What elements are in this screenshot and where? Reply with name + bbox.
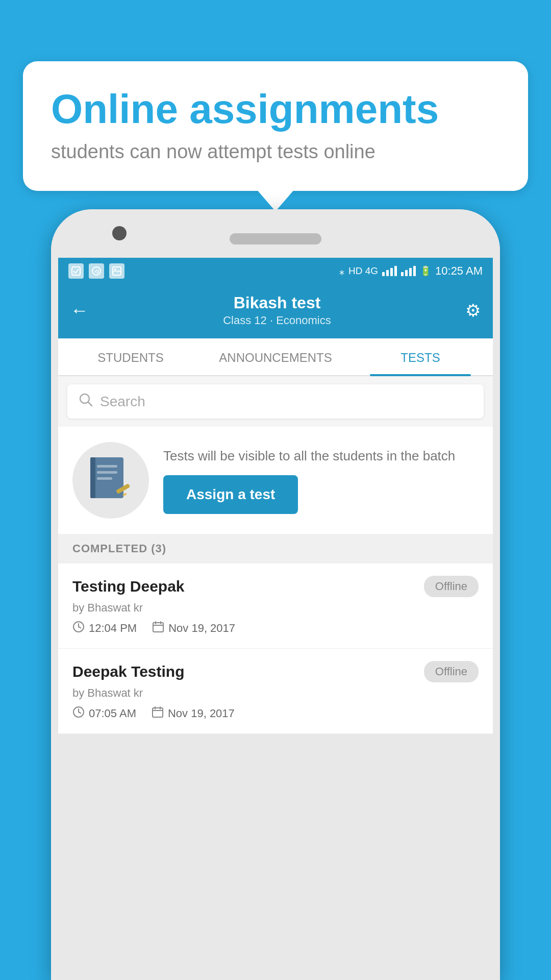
test-date: Nov 19, 2017 <box>168 622 235 635</box>
test-date: Nov 19, 2017 <box>168 707 235 720</box>
tab-students[interactable]: STUDENTS <box>58 338 203 375</box>
time-meta: 12:04 PM <box>72 621 137 636</box>
assign-test-button[interactable]: Assign a test <box>163 475 298 514</box>
app-header: ← Bikash test Class 12 · Economics ⚙ <box>58 284 493 338</box>
tabs-bar: STUDENTS ANNOUNCEMENTS TESTS <box>58 338 493 376</box>
time-display: 10:25 AM <box>435 264 483 278</box>
svg-point-1 <box>92 267 101 275</box>
test-item[interactable]: Deepak Testing Offline by Bhaswat kr 07:… <box>58 649 493 734</box>
search-bar[interactable]: Search <box>67 384 484 419</box>
assign-section: Tests will be visible to all the student… <box>58 427 493 534</box>
svg-line-15 <box>79 627 81 628</box>
back-button[interactable]: ← <box>70 300 89 321</box>
date-meta: Nov 19, 2017 <box>152 706 235 721</box>
calendar-icon <box>152 706 164 721</box>
svg-line-22 <box>79 712 81 713</box>
network-label: HD 4G <box>348 265 378 277</box>
assign-right: Tests will be visible to all the student… <box>163 447 479 514</box>
calendar-icon <box>152 621 164 636</box>
clock-icon <box>72 706 85 721</box>
search-container: Search <box>58 376 493 427</box>
svg-rect-8 <box>97 465 117 468</box>
test-item-header: Testing Deepak Offline <box>72 576 479 597</box>
tab-announcements[interactable]: ANNOUNCEMENTS <box>203 338 348 375</box>
svg-line-5 <box>88 402 92 406</box>
signal-bars <box>382 266 397 276</box>
assign-description: Tests will be visible to all the student… <box>163 447 479 465</box>
svg-rect-9 <box>97 471 117 474</box>
svg-rect-16 <box>153 623 163 632</box>
bluetooth-icon: ⁎ <box>339 265 344 277</box>
time-meta: 07:05 AM <box>72 706 136 721</box>
svg-rect-0 <box>72 267 80 275</box>
batch-subtitle: Class 12 · Economics <box>223 314 331 327</box>
app-icon-1 <box>68 263 84 279</box>
status-right: ⁎ HD 4G 🔋 10:25 AM <box>339 264 483 278</box>
bubble-subtitle: students can now attempt tests online <box>51 141 500 163</box>
status-left-icons <box>68 263 124 279</box>
test-author: by Bhaswat kr <box>72 687 479 700</box>
test-item[interactable]: Testing Deepak Offline by Bhaswat kr 12:… <box>58 564 493 649</box>
battery-icon: 🔋 <box>420 265 431 277</box>
phone-screen: ⁎ HD 4G 🔋 10:25 AM ← <box>58 258 493 734</box>
test-time: 12:04 PM <box>89 622 137 635</box>
search-icon <box>79 393 93 410</box>
phone-camera <box>112 226 127 240</box>
offline-badge: Offline <box>424 661 479 682</box>
gallery-icon <box>109 263 124 279</box>
completed-header: COMPLETED (3) <box>58 534 493 564</box>
test-icon-circle <box>72 442 149 519</box>
signal-bars-2 <box>401 266 416 276</box>
svg-rect-7 <box>90 457 95 498</box>
test-time: 07:05 AM <box>89 707 136 720</box>
phone-top-bar <box>51 209 500 258</box>
test-name: Deepak Testing <box>72 663 185 680</box>
phone-speaker <box>230 233 321 244</box>
bubble-title: Online assignments <box>51 87 500 132</box>
offline-badge: Offline <box>424 576 479 597</box>
settings-icon[interactable]: ⚙ <box>465 300 481 321</box>
status-bar: ⁎ HD 4G 🔋 10:25 AM <box>58 258 493 284</box>
date-meta: Nov 19, 2017 <box>152 621 235 636</box>
test-author: by Bhaswat kr <box>72 601 479 615</box>
batch-title: Bikash test <box>223 293 331 312</box>
whatsapp-icon <box>89 263 104 279</box>
test-item-header: Deepak Testing Offline <box>72 661 479 682</box>
header-center: Bikash test Class 12 · Economics <box>223 293 331 327</box>
tab-tests[interactable]: TESTS <box>348 338 493 375</box>
svg-rect-23 <box>153 708 163 717</box>
search-placeholder: Search <box>100 394 145 410</box>
test-name: Testing Deepak <box>72 578 185 595</box>
clock-icon <box>72 621 85 636</box>
notebook-icon <box>88 455 134 506</box>
test-meta: 07:05 AM Nov 19, 2017 <box>72 706 479 721</box>
svg-rect-10 <box>97 477 112 480</box>
test-meta: 12:04 PM Nov 19, 2017 <box>72 621 479 636</box>
speech-bubble: Online assignments students can now atte… <box>23 61 528 191</box>
phone-frame: ⁎ HD 4G 🔋 10:25 AM ← <box>51 209 500 980</box>
